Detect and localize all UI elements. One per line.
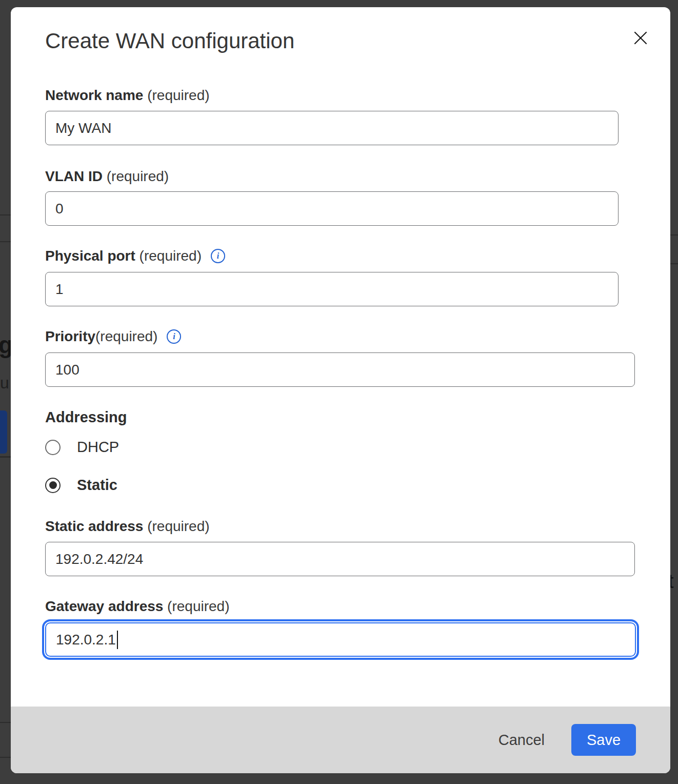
label-text: Network name bbox=[45, 87, 143, 104]
obscured-divider bbox=[0, 456, 11, 458]
input-value: 192.0.2.1 bbox=[56, 632, 116, 648]
cancel-button[interactable]: Cancel bbox=[496, 728, 547, 753]
radio-static[interactable]: Static bbox=[45, 477, 117, 494]
radio-label: Static bbox=[77, 477, 117, 494]
required-text: (required) bbox=[163, 598, 229, 615]
physical-port-label: Physical port (required) i bbox=[45, 248, 225, 264]
required-text: (required) bbox=[143, 87, 209, 104]
vlan-id-input[interactable] bbox=[45, 191, 619, 226]
label-text: Gateway address bbox=[45, 598, 163, 615]
physical-port-input[interactable] bbox=[45, 272, 619, 306]
addressing-heading: Addressing bbox=[45, 409, 127, 426]
radio-icon bbox=[45, 440, 61, 455]
radio-label: DHCP bbox=[77, 439, 119, 456]
obscured-divider bbox=[0, 241, 11, 242]
required-text: (required) bbox=[103, 168, 169, 185]
priority-input[interactable] bbox=[45, 352, 635, 387]
obscured-divider bbox=[0, 214, 11, 215]
gateway-address-label: Gateway address (required) bbox=[45, 598, 230, 615]
network-name-label: Network name (required) bbox=[45, 87, 210, 104]
obscured-divider bbox=[0, 722, 11, 723]
obscured-divider bbox=[670, 234, 678, 236]
close-button[interactable] bbox=[628, 26, 653, 50]
gateway-address-input[interactable]: 192.0.2.1 bbox=[45, 622, 636, 657]
label-text: Priority bbox=[45, 328, 95, 345]
create-wan-dialog: Create WAN configuration Network name (r… bbox=[11, 7, 670, 773]
static-address-input[interactable] bbox=[45, 542, 635, 576]
text-cursor bbox=[117, 631, 118, 649]
radio-icon bbox=[45, 478, 61, 493]
dialog-footer: Cancel Save bbox=[11, 707, 670, 773]
required-text: (required) bbox=[95, 328, 157, 345]
label-text: Physical port bbox=[45, 248, 135, 264]
network-name-input[interactable] bbox=[45, 111, 619, 145]
dialog-title: Create WAN configuration bbox=[45, 29, 294, 53]
obscured-divider bbox=[0, 757, 11, 758]
radio-dhcp[interactable]: DHCP bbox=[45, 439, 119, 456]
obscured-text-fragment: u bbox=[0, 374, 9, 393]
obscured-button-fragment bbox=[0, 410, 7, 454]
save-button[interactable]: Save bbox=[571, 724, 636, 756]
required-text: (required) bbox=[143, 518, 209, 535]
info-icon[interactable]: i bbox=[211, 249, 225, 263]
info-icon[interactable]: i bbox=[167, 329, 181, 344]
vlan-id-label: VLAN ID (required) bbox=[45, 168, 169, 185]
static-address-label: Static address (required) bbox=[45, 518, 210, 535]
priority-label: Priority(required) i bbox=[45, 328, 181, 345]
close-icon bbox=[632, 30, 649, 46]
label-text: Static address bbox=[45, 518, 143, 535]
required-text: (required) bbox=[135, 248, 202, 264]
label-text: VLAN ID bbox=[45, 168, 103, 185]
obscured-divider bbox=[670, 263, 678, 264]
